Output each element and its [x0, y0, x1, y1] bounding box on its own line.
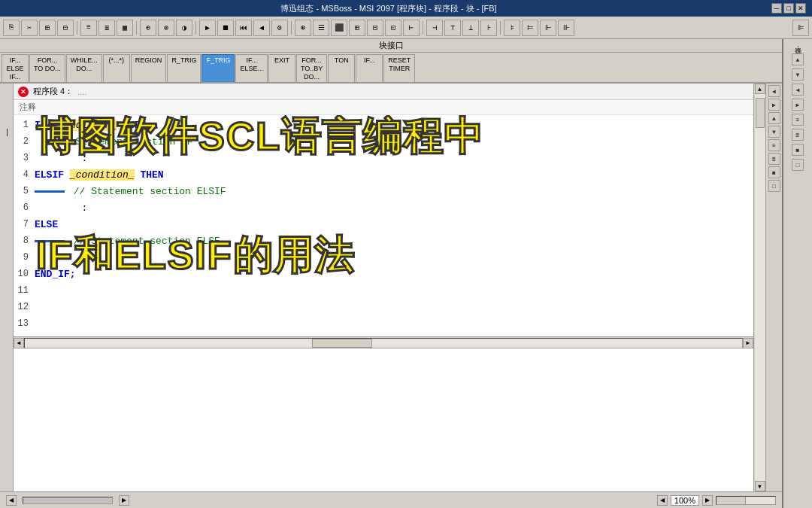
line-num-1: 1: [14, 118, 35, 130]
app-window: 博迅组态 - MSBoss - MSI 2097 [程序块] - 程序段 - 块…: [0, 0, 812, 508]
zoom-arrow-right[interactable]: ▶: [702, 495, 713, 506]
code-area: 博图软件SCL语言编程中 IF和ELSIF的用法 1 IF: [14, 115, 753, 336]
code-line-11: 11: [14, 284, 753, 300]
status-bar: ◀ ▶ ◀ 100% ▶: [0, 491, 782, 508]
toolbar-btn-24[interactable]: ⊤: [444, 20, 461, 36]
rsb-btn-4[interactable]: ▼: [768, 126, 780, 138]
toolbar-btn-16[interactable]: ⊛: [295, 20, 311, 36]
code-line-10: 10 END_IF;: [14, 267, 753, 284]
toolbar-btn-7[interactable]: ▦: [117, 20, 133, 36]
tab-f-trig[interactable]: F_TRIG: [201, 54, 235, 82]
close-button[interactable]: ✕: [795, 3, 806, 14]
status-arrow-left[interactable]: ◀: [6, 495, 17, 506]
toolbar-btn-4[interactable]: ⊟: [57, 20, 74, 36]
frp-btn-1[interactable]: ▲: [792, 53, 804, 65]
toolbar-btn-22[interactable]: ⊢: [403, 20, 420, 36]
program-header: ✕ 程序段 4： ....: [14, 84, 753, 100]
toolbar-btn-18[interactable]: ⬛: [331, 20, 347, 36]
toolbar-btn-17[interactable]: ☰: [313, 20, 329, 36]
toolbar-btn-21[interactable]: ⊡: [385, 20, 401, 36]
tab-for-to-by-do[interactable]: FOR...TO..BYDO...: [296, 54, 327, 82]
v-scroll-thumb[interactable]: [756, 98, 765, 128]
rsb-btn-6[interactable]: ≣: [768, 153, 780, 165]
toolbar-btn-30[interactable]: ⊪: [558, 20, 574, 36]
line-num-6: 6: [14, 201, 35, 213]
tab-while-do[interactable]: WHILE...DO...: [66, 54, 102, 82]
code-line-2: 2 // Statement section IF: [14, 135, 753, 151]
zoom-thumb[interactable]: [717, 497, 746, 504]
tab-exit[interactable]: EXIT: [268, 54, 295, 82]
maximize-button[interactable]: □: [783, 3, 794, 14]
h-scroll-track[interactable]: [24, 338, 743, 348]
minimize-button[interactable]: ─: [771, 3, 782, 14]
tab-comment[interactable]: (*...*): [103, 54, 130, 82]
kw-end-if: END_IF;: [35, 269, 76, 280]
toolbar-btn-28[interactable]: ⊨: [522, 20, 538, 36]
toolbar-btn-8[interactable]: ⊕: [140, 20, 156, 36]
h-scroll-thumb[interactable]: [312, 339, 372, 348]
toolbar-btn-29[interactable]: ⊩: [540, 20, 556, 36]
v-scroll-track[interactable]: [755, 94, 765, 481]
frp-btn-7[interactable]: ■: [792, 144, 804, 156]
frp-btn-6[interactable]: ≣: [792, 129, 804, 141]
rsb-btn-1[interactable]: ◀: [768, 85, 780, 97]
comment-elsif: // Statement section ELSIF: [74, 186, 226, 197]
rsb-btn-2[interactable]: ▶: [768, 99, 780, 111]
tab-if-else[interactable]: IF...ELSEIF...: [2, 54, 29, 82]
zoom-arrow-left[interactable]: ◀: [657, 495, 668, 506]
toolbar-btn-10[interactable]: ◑: [176, 20, 192, 36]
frp-btn-4[interactable]: ▶: [792, 99, 804, 111]
line-num-2: 2: [14, 135, 35, 147]
scroll-up-button[interactable]: ▲: [755, 84, 765, 94]
toolbar-btn-14[interactable]: ◀: [253, 20, 270, 36]
toolbar-btn-19[interactable]: ⊞: [349, 20, 365, 36]
rsb-btn-3[interactable]: ▲: [768, 112, 780, 124]
toolbar-btn-2[interactable]: ✂: [21, 20, 38, 36]
scroll-down-button[interactable]: ▼: [755, 481, 765, 491]
toolbar-btn-1[interactable]: ⎘: [3, 20, 20, 36]
code-lines: 1 IF _condition_ THEN: [14, 115, 753, 336]
toolbar-btn-23[interactable]: ⊣: [426, 20, 443, 36]
tab-if2[interactable]: IF...: [356, 54, 383, 82]
line-content-8: // Statement section ELSE: [35, 234, 753, 247]
frp-btn-5[interactable]: ≡: [792, 114, 804, 126]
zoom-track[interactable]: [716, 496, 776, 505]
toolbar-btn-20[interactable]: ⊟: [367, 20, 383, 36]
tab-reset-timer[interactable]: RESETTIMER: [383, 54, 415, 82]
comment-bar: 注释: [14, 100, 753, 115]
zoom-level[interactable]: 100%: [671, 495, 699, 506]
toolbar-btn-5[interactable]: ≡: [80, 20, 97, 36]
toolbar-btn-26[interactable]: ⊦: [480, 20, 497, 36]
kw-then-2: THEN: [140, 169, 163, 181]
toolbar-btn-25[interactable]: ⊥: [462, 20, 479, 36]
tab-for-to-do[interactable]: FOR...TO DO...: [29, 54, 65, 82]
semicolon-3: :: [35, 252, 87, 263]
scroll-right-button[interactable]: ▶: [743, 338, 753, 348]
toolbar-btn-12[interactable]: ⏹: [217, 20, 234, 36]
toolbar-btn-13[interactable]: ⏮: [235, 20, 252, 36]
frp-btn-2[interactable]: ▼: [792, 68, 804, 81]
frp-btn-8[interactable]: □: [792, 159, 804, 171]
toolbar-btn-15[interactable]: ⚙: [271, 20, 288, 36]
toolbar-btn-9[interactable]: ⊗: [158, 20, 174, 36]
toolbar-btn-27[interactable]: ⊧: [504, 20, 520, 36]
toolbar-btn-3[interactable]: ⊞: [39, 20, 56, 36]
tab-if-else2[interactable]: IF...ELSE...: [235, 54, 268, 82]
line-num-3: 3: [14, 151, 35, 163]
line-num-7: 7: [14, 217, 35, 230]
toolbar-btn-31[interactable]: ⊫: [792, 20, 809, 36]
rsb-btn-8[interactable]: □: [768, 180, 780, 192]
toolbar-btn-6[interactable]: ≣: [98, 20, 115, 36]
rsb-btn-7[interactable]: ■: [768, 166, 780, 178]
tab-r-trig[interactable]: R_TRIG: [167, 54, 201, 82]
line-content-7: ELSE: [35, 217, 753, 230]
code-editor[interactable]: ✕ 程序段 4： .... 注释 博图软件SCL语言编程中: [14, 84, 753, 491]
frp-btn-3[interactable]: ◀: [792, 84, 804, 96]
rsb-btn-5[interactable]: ≡: [768, 139, 780, 151]
tab-region[interactable]: REGION: [131, 54, 167, 82]
toolbar-btn-11[interactable]: ▶: [199, 20, 216, 36]
status-arrow-right[interactable]: ▶: [119, 495, 129, 506]
scroll-left-button[interactable]: ◀: [14, 338, 24, 348]
tab-ton[interactable]: TON: [328, 54, 355, 82]
code-line-1: 1 IF _condition_ THEN: [14, 118, 753, 135]
